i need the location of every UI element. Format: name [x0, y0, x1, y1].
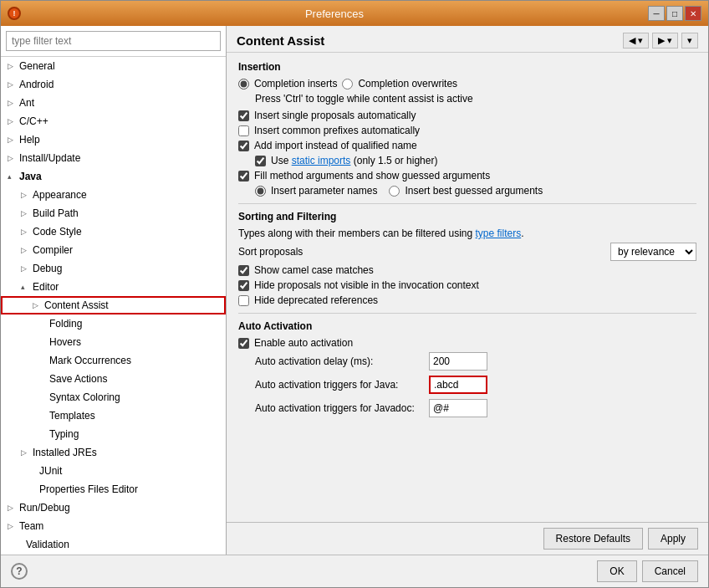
sidebar-item-syntax-coloring[interactable]: Syntax Coloring [1, 388, 226, 406]
completion-overwrites-label: Completion overwrites [358, 78, 457, 89]
hide-deprecated-checkbox[interactable] [238, 295, 249, 306]
sidebar-item-hovers[interactable]: Hovers [1, 333, 226, 351]
close-button[interactable]: ✕ [685, 6, 701, 21]
label-compiler: Compiler [33, 244, 73, 256]
sidebar-item-team[interactable]: ▷ Team [1, 517, 226, 535]
sidebar-item-cpp[interactable]: ▷ C/C++ [1, 112, 226, 130]
sidebar-item-templates[interactable]: Templates [1, 406, 226, 425]
sidebar-item-folding[interactable]: Folding [1, 314, 226, 333]
panel-header: Content Assist ◀ ▾ ▶ ▾ ▾ [227, 26, 708, 53]
insertion-title: Insertion [238, 61, 696, 73]
auto-triggers-java-row: Auto activation triggers for Java: [238, 376, 696, 394]
help-icon[interactable]: ? [11, 563, 28, 580]
arrow-android: ▷ [8, 80, 19, 89]
label-help: Help [19, 134, 40, 146]
hide-not-visible-label: Hide proposals not visible in the invoca… [254, 279, 479, 291]
sidebar-item-appearance[interactable]: ▷ Appearance [1, 186, 226, 204]
single-proposals-label: Insert single proposals automatically [254, 110, 416, 121]
separator-1 [238, 203, 696, 204]
arrow-help: ▷ [8, 135, 19, 144]
label-editor: Editor [33, 281, 59, 293]
fill-method-args-row: Fill method arguments and show guessed a… [238, 170, 696, 182]
label-build-path: Build Path [33, 207, 79, 219]
title-bar: ! Preferences ─ □ ✕ [1, 1, 708, 26]
auto-delay-input[interactable] [429, 352, 487, 371]
fill-method-args-checkbox[interactable] [238, 171, 249, 182]
minimize-button[interactable]: ─ [648, 6, 665, 21]
label-mark-occurrences: Mark Occurrences [49, 355, 131, 366]
app-icon: ! [8, 7, 21, 20]
arrow-run-debug: ▷ [8, 504, 19, 512]
label-team: Team [19, 520, 43, 532]
sidebar-item-mark-occurrences[interactable]: Mark Occurrences [1, 351, 226, 370]
single-proposals-row: Insert single proposals automatically [238, 110, 696, 121]
single-proposals-checkbox[interactable] [238, 110, 249, 121]
auto-triggers-javadoc-row: Auto activation triggers for Javadoc: [238, 399, 696, 417]
sort-proposals-select[interactable]: by relevance alphabetically [610, 243, 696, 261]
label-debug: Debug [33, 263, 62, 274]
apply-button[interactable]: Apply [648, 528, 698, 550]
label-ant: Ant [19, 97, 34, 109]
label-typing: Typing [49, 428, 79, 440]
sidebar-item-debug[interactable]: ▷ Debug [1, 259, 226, 278]
sidebar-item-save-actions[interactable]: Save Actions [1, 370, 226, 388]
sidebar-item-editor[interactable]: ▴ Editor [1, 278, 226, 296]
right-panel: Content Assist ◀ ▾ ▶ ▾ ▾ Insertion Compl… [227, 26, 708, 555]
common-prefixes-checkbox[interactable] [238, 125, 249, 136]
auto-delay-row: Auto activation delay (ms): [238, 352, 696, 371]
sidebar-item-code-style[interactable]: ▷ Code Style [1, 222, 226, 241]
sidebar-item-run-debug[interactable]: ▷ Run/Debug [1, 499, 226, 517]
auto-triggers-javadoc-input[interactable] [429, 399, 487, 417]
static-imports-link[interactable]: static imports [292, 155, 351, 166]
nav-menu-button[interactable]: ▾ [681, 33, 698, 49]
common-prefixes-row: Insert common prefixes automatically [238, 125, 696, 136]
filter-input[interactable] [6, 31, 221, 51]
sidebar-item-content-assist[interactable]: ▷ Content Assist [1, 296, 226, 314]
camel-case-label: Show camel case matches [254, 264, 374, 276]
add-import-checkbox[interactable] [238, 141, 249, 151]
separator-2 [238, 313, 696, 314]
nav-back-button[interactable]: ◀ ▾ [623, 33, 649, 49]
nav-forward-button[interactable]: ▶ ▾ [652, 33, 678, 49]
preferences-window: ! Preferences ─ □ ✕ ▷ General ▷ Andro [0, 0, 709, 588]
type-filters-link[interactable]: type filters [475, 228, 521, 239]
hide-not-visible-checkbox[interactable] [238, 280, 249, 291]
sidebar-item-java[interactable]: ▴ Java [1, 167, 226, 186]
auto-triggers-javadoc-label: Auto activation triggers for Javadoc: [255, 402, 422, 414]
restore-defaults-button[interactable]: Restore Defaults [543, 528, 643, 550]
completion-inserts-radio[interactable] [238, 79, 249, 89]
sidebar-item-typing[interactable]: Typing [1, 425, 226, 443]
static-imports-checkbox[interactable] [255, 156, 266, 166]
completion-overwrites-radio[interactable] [342, 79, 353, 89]
sidebar: ▷ General ▷ Android ▷ Ant ▷ C/C++ ▷ He [1, 26, 227, 555]
fill-method-args-label: Fill method arguments and show guessed a… [254, 170, 490, 182]
enable-auto-label: Enable auto activation [254, 337, 353, 349]
sidebar-item-properties-files-editor[interactable]: Properties Files Editor [1, 480, 226, 499]
sidebar-item-install-update[interactable]: ▷ Install/Update [1, 149, 226, 167]
enable-auto-checkbox[interactable] [238, 338, 249, 349]
auto-triggers-java-input[interactable] [429, 376, 487, 394]
sidebar-item-ant[interactable]: ▷ Ant [1, 94, 226, 112]
sidebar-item-junit[interactable]: JUnit [1, 462, 226, 480]
sidebar-item-validation[interactable]: Validation [1, 535, 226, 554]
sidebar-item-compiler[interactable]: ▷ Compiler [1, 241, 226, 259]
enable-auto-row: Enable auto activation [238, 337, 696, 349]
sidebar-item-general[interactable]: ▷ General [1, 57, 226, 75]
insert-best-guessed-radio[interactable] [389, 186, 400, 197]
hide-not-visible-row: Hide proposals not visible in the invoca… [238, 279, 696, 291]
panel-title: Content Assist [237, 33, 324, 48]
sidebar-item-help[interactable]: ▷ Help [1, 130, 226, 149]
camel-case-checkbox[interactable] [238, 265, 249, 276]
label-java: Java [19, 171, 42, 182]
label-content-assist: Content Assist [44, 299, 109, 311]
sidebar-item-build-path[interactable]: ▷ Build Path [1, 204, 226, 222]
sidebar-item-installed-jres[interactable]: ▷ Installed JREs [1, 443, 226, 462]
label-installed-jres: Installed JREs [33, 447, 97, 458]
insert-param-names-radio[interactable] [255, 186, 266, 197]
hide-deprecated-label: Hide deprecated references [254, 294, 378, 306]
ok-button[interactable]: OK [597, 560, 636, 582]
cancel-button[interactable]: Cancel [642, 560, 698, 582]
maximize-button[interactable]: □ [666, 6, 683, 21]
arrow-cpp: ▷ [8, 117, 19, 125]
sidebar-item-android[interactable]: ▷ Android [1, 75, 226, 94]
